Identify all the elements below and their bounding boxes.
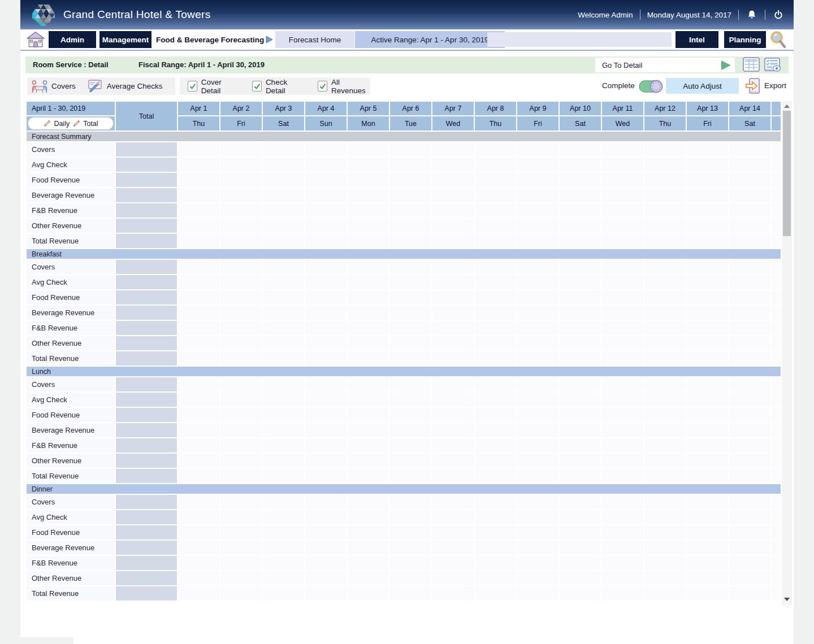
- grid-cell[interactable]: [517, 454, 558, 468]
- grid-cell[interactable]: [305, 556, 347, 570]
- grid-cell[interactable]: [432, 510, 474, 524]
- grid-cell[interactable]: [687, 408, 728, 422]
- grid-cell[interactable]: [517, 495, 558, 509]
- grid-cell[interactable]: [517, 142, 558, 156]
- nav-planning-button[interactable]: Planning: [724, 31, 766, 48]
- grid-cell[interactable]: [602, 336, 643, 350]
- grid-cell[interactable]: [220, 260, 262, 274]
- grid-cell[interactable]: [517, 219, 558, 233]
- grid-cell[interactable]: [390, 454, 431, 468]
- grid-cell[interactable]: [644, 351, 686, 365]
- grid-cell[interactable]: [687, 351, 728, 365]
- grid-cell[interactable]: [517, 408, 558, 422]
- cover-detail-checkbox[interactable]: Cover Detail: [188, 78, 237, 95]
- grid-cell[interactable]: [517, 571, 558, 585]
- grid-cell[interactable]: [602, 142, 643, 156]
- grid-cell[interactable]: [305, 393, 347, 407]
- grid-cell[interactable]: [687, 306, 728, 320]
- grid-cell[interactable]: [560, 351, 601, 365]
- grid-cell[interactable]: [729, 423, 770, 437]
- grid-cell[interactable]: [729, 275, 770, 289]
- grid-cell[interactable]: [263, 586, 304, 601]
- grid-cell[interactable]: [475, 541, 516, 555]
- grid-cell[interactable]: [220, 377, 262, 391]
- grid-cell[interactable]: [475, 290, 516, 304]
- nav-management-button[interactable]: Management: [99, 31, 151, 48]
- grid-cell[interactable]: [432, 260, 474, 274]
- grid-cell[interactable]: [348, 393, 389, 407]
- grid-cell[interactable]: [602, 469, 643, 483]
- export-icon[interactable]: [745, 77, 761, 94]
- grid-cell[interactable]: [644, 260, 686, 274]
- grid-cell[interactable]: [305, 408, 347, 422]
- grid-cell[interactable]: [390, 351, 431, 365]
- grid-cell[interactable]: [263, 393, 304, 407]
- vertical-scrollbar[interactable]: [782, 101, 792, 605]
- grid-cell[interactable]: [305, 351, 347, 365]
- grid-cell[interactable]: [390, 556, 431, 570]
- grid-cell[interactable]: [517, 275, 558, 289]
- grid-cell[interactable]: [644, 408, 686, 422]
- grid-cell[interactable]: [390, 510, 431, 524]
- grid-cell[interactable]: [687, 203, 728, 217]
- grid-cell[interactable]: [475, 158, 516, 172]
- grid-cell[interactable]: [729, 571, 770, 585]
- grid-cell[interactable]: [263, 454, 304, 468]
- grid-cell[interactable]: [602, 351, 643, 365]
- power-logout-icon[interactable]: [772, 8, 785, 21]
- grid-cell[interactable]: [729, 351, 770, 365]
- grid-cell[interactable]: [348, 525, 389, 539]
- grid-cell[interactable]: [178, 495, 219, 509]
- grid-cell[interactable]: [305, 469, 347, 483]
- complete-toggle[interactable]: [639, 80, 664, 93]
- grid-cell[interactable]: [348, 423, 389, 437]
- grid-cell[interactable]: [432, 142, 474, 156]
- grid-cell[interactable]: [305, 438, 347, 452]
- grid-cell[interactable]: [729, 290, 770, 304]
- grid-cell[interactable]: [475, 173, 516, 187]
- grid-cell[interactable]: [348, 306, 389, 320]
- grid-cell[interactable]: [517, 290, 558, 304]
- grid-cell[interactable]: [687, 571, 728, 585]
- grid-cell[interactable]: [687, 541, 728, 555]
- grid-cell[interactable]: [729, 510, 770, 524]
- grid-cell[interactable]: [729, 525, 770, 539]
- grid-cell[interactable]: [560, 321, 601, 335]
- grid-cell[interactable]: [517, 525, 558, 539]
- grid-cell[interactable]: [687, 158, 728, 172]
- grid-cell[interactable]: [687, 495, 728, 509]
- grid-cell[interactable]: [560, 203, 601, 217]
- grid-cell[interactable]: [517, 188, 558, 202]
- grid-cell[interactable]: [432, 393, 474, 407]
- grid-cell[interactable]: [348, 377, 389, 391]
- grid-cell[interactable]: [729, 188, 770, 202]
- grid-cell[interactable]: [305, 525, 347, 539]
- grid-cell[interactable]: [475, 336, 516, 350]
- grid-cell[interactable]: [305, 495, 347, 509]
- grid-cell[interactable]: [644, 219, 686, 233]
- grid-cell[interactable]: [475, 188, 516, 202]
- grid-cell[interactable]: [475, 219, 516, 233]
- grid-cell[interactable]: [220, 351, 262, 365]
- grid-cell[interactable]: [517, 321, 558, 335]
- grid-cell[interactable]: [178, 219, 219, 233]
- notifications-bell-icon[interactable]: [746, 8, 758, 21]
- grid-cell[interactable]: [263, 408, 304, 422]
- grid-cell[interactable]: [517, 173, 558, 187]
- grid-cell[interactable]: [305, 234, 347, 248]
- grid-cell[interactable]: [348, 336, 389, 350]
- grid-cell[interactable]: [305, 586, 347, 601]
- nav-admin-button[interactable]: Admin: [49, 31, 96, 48]
- grid-cell[interactable]: [644, 586, 686, 601]
- grid-cell[interactable]: [602, 510, 643, 524]
- grid-cell[interactable]: [390, 260, 431, 274]
- grid-cell[interactable]: [263, 188, 304, 202]
- grid-cell[interactable]: [178, 408, 219, 422]
- grid-cell[interactable]: [644, 203, 686, 217]
- grid-cell[interactable]: [687, 393, 728, 407]
- grid-cell[interactable]: [517, 203, 558, 217]
- grid-cell[interactable]: [390, 423, 431, 437]
- grid-cell[interactable]: [305, 158, 347, 172]
- grid-cell[interactable]: [432, 234, 474, 248]
- grid-cell[interactable]: [390, 321, 431, 335]
